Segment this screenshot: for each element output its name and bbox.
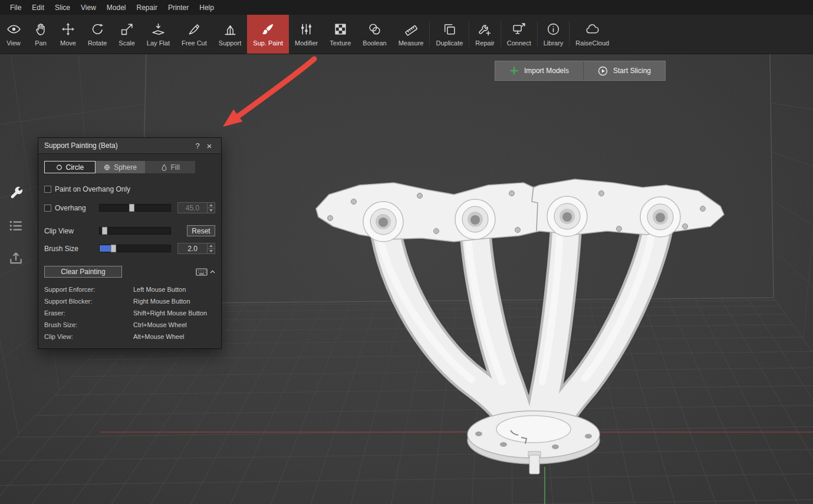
brush-size-spinner: 2.0 (177, 243, 215, 254)
tool-texture[interactable]: Texture (324, 15, 357, 54)
panel-title: Support Painting (Beta) (44, 141, 192, 150)
tab-sphere[interactable]: Sphere (96, 161, 146, 173)
brush-size-slider-handle[interactable] (111, 245, 116, 252)
list-icon (8, 218, 24, 233)
fill-drop-icon (161, 164, 167, 171)
overhang-value: 45.0 (178, 203, 207, 213)
brush-size-label: Brush Size (44, 245, 96, 253)
model-flange (316, 179, 724, 242)
tool-duplicate[interactable]: Duplicate (430, 15, 469, 54)
clip-view-slider-handle[interactable] (102, 227, 107, 235)
panel-title-bar[interactable]: Support Painting (Beta) ? × (38, 138, 221, 154)
brush-size-value: 2.0 (178, 243, 207, 253)
free-cut-icon (187, 22, 202, 37)
spinner-up-icon[interactable] (208, 243, 215, 249)
tool-move[interactable]: Move (54, 15, 82, 54)
tool-free-cut[interactable]: Free Cut (176, 15, 213, 54)
tool-pan[interactable]: Pan (27, 15, 54, 54)
hand-icon (34, 22, 48, 37)
connect-monitor-icon (512, 22, 526, 37)
export-tool[interactable] (8, 251, 24, 266)
model-collector (468, 411, 600, 474)
measure-ruler-icon (404, 22, 419, 37)
scale-icon (120, 22, 134, 37)
export-icon (8, 251, 24, 266)
model-list-tool[interactable] (8, 218, 24, 233)
model-settings-tool[interactable] (8, 185, 24, 200)
overhang-checkbox[interactable] (44, 205, 51, 212)
paint-overhang-row: Paint on Overhang Only (38, 183, 221, 195)
tool-raisecloud[interactable]: RaiseCloud (570, 15, 615, 54)
overhang-value-spinner: 45.0 (177, 202, 215, 213)
chevron-up-icon (210, 270, 215, 274)
texture-checker-icon (333, 22, 348, 37)
plus-icon (509, 66, 519, 75)
import-models-button[interactable]: Import Models (495, 61, 583, 80)
spinner-up-icon[interactable] (208, 203, 215, 208)
viewport-3d[interactable]: Import Models Start Slicing Support Pain… (0, 54, 813, 504)
brush-size-row: Brush Size 2.0 (38, 243, 221, 254)
shortcuts-list: Support Enforcer:Left Mouse Button Suppo… (38, 284, 221, 342)
rotate-icon (90, 22, 105, 37)
spinner-down-icon[interactable] (208, 208, 215, 213)
support-painting-panel: Support Painting (Beta) ? × Circle Spher… (38, 137, 222, 349)
support-icon (223, 22, 238, 37)
paint-overhang-label: Paint on Overhang Only (55, 185, 130, 193)
tool-connect[interactable]: Connect (501, 15, 537, 54)
tab-fill[interactable]: Fill (145, 161, 195, 173)
menu-edit[interactable]: Edit (27, 1, 50, 14)
tool-lay-flat[interactable]: Lay Flat (141, 15, 176, 54)
eye-icon (6, 22, 21, 37)
paint-brush-icon (261, 22, 275, 37)
menu-help[interactable]: Help (194, 1, 219, 14)
clip-view-label: Clip View (44, 227, 96, 235)
sphere-brush-icon (104, 164, 110, 171)
tool-support-paint[interactable]: Sup. Paint (247, 15, 289, 54)
tool-scale[interactable]: Scale (113, 15, 141, 54)
clip-view-row: Clip View Reset (38, 225, 221, 236)
tool-boolean[interactable]: Boolean (357, 15, 392, 54)
tool-modifier[interactable]: Modifier (289, 15, 324, 54)
brush-size-slider-fill (100, 245, 111, 252)
duplicate-icon (442, 22, 457, 37)
close-icon[interactable]: × (203, 141, 215, 151)
overhang-label: Overhang (55, 204, 96, 212)
help-icon[interactable]: ? (192, 141, 203, 150)
brush-mode-tabs: Circle Sphere Fill (44, 161, 195, 173)
tool-view[interactable]: View (0, 15, 27, 54)
tool-measure[interactable]: Measure (393, 15, 430, 54)
paint-overhang-checkbox[interactable] (44, 186, 51, 193)
clear-row: Clear Painting (38, 266, 221, 278)
shortcut-row: Support Blocker:Right Mouse Button (38, 295, 221, 307)
menu-printer[interactable]: Printer (163, 1, 194, 14)
shortcut-row: Support Enforcer:Left Mouse Button (38, 284, 221, 295)
overhang-slider[interactable] (99, 204, 171, 212)
menu-view[interactable]: View (75, 1, 101, 14)
clear-painting-button[interactable]: Clear Painting (44, 266, 122, 278)
move-arrows-icon (61, 22, 75, 37)
circle-brush-icon (56, 164, 62, 171)
keyboard-icon (196, 268, 208, 276)
main-toolbar: View Pan Move Rotate Scale Lay Flat Free… (0, 15, 813, 54)
start-slicing-button[interactable]: Start Slicing (583, 61, 665, 80)
menu-bar: File Edit Slice View Model Repair Printe… (0, 0, 813, 15)
tab-circle[interactable]: Circle (44, 161, 96, 173)
overhang-slider-handle[interactable] (129, 204, 134, 212)
tool-library[interactable]: Library (538, 15, 570, 54)
tool-support[interactable]: Support (213, 15, 248, 54)
clip-view-slider[interactable] (99, 227, 171, 235)
spinner-down-icon[interactable] (208, 249, 215, 253)
modifier-sliders-icon (299, 22, 314, 37)
reset-button[interactable]: Reset (187, 225, 215, 236)
menu-repair[interactable]: Repair (131, 1, 163, 14)
menu-model[interactable]: Model (101, 1, 131, 14)
shortcut-row: Brush Size:Ctrl+Mouse Wheel (38, 319, 221, 331)
boolean-icon (367, 22, 382, 37)
shortcut-row: Eraser:Shift+Right Mouse Button (38, 307, 221, 319)
menu-slice[interactable]: Slice (50, 1, 75, 14)
tool-rotate[interactable]: Rotate (82, 15, 113, 54)
brush-size-slider[interactable] (99, 245, 171, 252)
shortcuts-toggle[interactable] (196, 268, 215, 276)
tool-repair[interactable]: Repair (469, 15, 500, 54)
menu-file[interactable]: File (5, 1, 27, 14)
